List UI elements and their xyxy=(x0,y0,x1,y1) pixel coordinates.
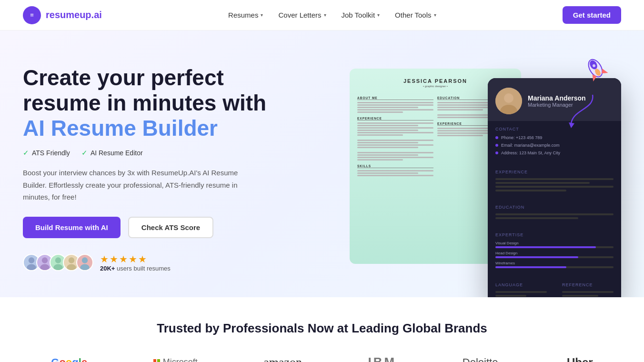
logo-icon: ≡ xyxy=(23,6,41,24)
build-resume-button[interactable]: Build Resume with AI xyxy=(23,217,121,238)
hero-title: Create your perfect resume in minutes wi… xyxy=(23,65,266,141)
profile-info-line: Address: 123 Main St, Any City xyxy=(495,151,614,155)
profile-expertise-section: Expertise Visual Design Head Design Wire… xyxy=(488,227,621,277)
brand-deloitte: Deloitte. xyxy=(463,356,501,362)
brands-title: Trusted by Professionals Now at Leading … xyxy=(23,321,621,336)
hero-checks: ✓ ATS Friendly ✓ AI Resume Editor xyxy=(23,149,266,157)
svg-point-8 xyxy=(69,257,74,263)
profile-language-section: Language xyxy=(488,277,554,297)
profile-card: Mariana Anderson Marketing Manager Conta… xyxy=(488,78,621,297)
svg-point-7 xyxy=(53,264,63,271)
rating-area: ★★★★★ 20K+ users built resumes xyxy=(100,253,171,272)
svg-point-10 xyxy=(82,257,88,263)
svg-point-11 xyxy=(80,264,90,271)
brand-ibm: IBM xyxy=(368,355,397,362)
profile-contact-section: Contact Phone: +123 456 789 Email: maria… xyxy=(488,121,621,164)
chevron-down-icon: ▾ xyxy=(261,12,263,18)
check-icon: ✓ xyxy=(81,149,88,157)
svg-point-5 xyxy=(40,264,50,271)
check-ai-editor: ✓ AI Resume Editor xyxy=(81,149,143,157)
hero-description: Boost your interview chances by 3x with … xyxy=(23,167,242,203)
hero-content: Create your perfect resume in minutes wi… xyxy=(23,65,266,272)
check-ats-button[interactable]: Check ATS Score xyxy=(128,217,213,238)
check-icon: ✓ xyxy=(23,149,29,157)
chevron-down-icon: ▾ xyxy=(324,12,326,18)
svg-point-6 xyxy=(55,257,61,263)
hero-section: Create your perfect resume in minutes wi… xyxy=(0,30,644,297)
svg-point-2 xyxy=(29,257,34,263)
brand-amazon: amazon xyxy=(263,355,302,362)
logo-text: resumeup.ai xyxy=(46,10,102,20)
star-rating: ★★★★★ xyxy=(100,253,171,265)
svg-point-20 xyxy=(504,93,513,103)
hero-illustration: JESSICA PEARSON • graphic designer • ABO… xyxy=(345,64,621,273)
profile-photo xyxy=(495,88,522,114)
check-ats-friendly: ✓ ATS Friendly xyxy=(23,149,70,157)
chevron-down-icon: ▾ xyxy=(434,12,436,18)
nav-item-job-toolkit[interactable]: Job Toolkit ▾ xyxy=(342,11,380,19)
svg-marker-18 xyxy=(569,122,574,128)
profile-info-line: Email: mariana@example.com xyxy=(495,143,614,148)
svg-point-9 xyxy=(67,264,76,271)
brand-google: Google xyxy=(51,356,87,362)
microsoft-logo-icon xyxy=(153,359,160,362)
brand-microsoft: Microsoft xyxy=(153,357,198,362)
arrow-decoration xyxy=(564,90,597,130)
nav-links: Resumes ▾ Cover Letters ▾ Job Toolkit ▾ … xyxy=(228,11,436,19)
social-proof: ★★★★★ 20K+ users built resumes xyxy=(23,253,266,272)
profile-education-section: Education xyxy=(488,199,621,227)
brands-section: Trusted by Professionals Now at Leading … xyxy=(0,297,644,362)
profile-experience-section: Experience xyxy=(488,164,621,199)
chevron-down-icon: ▾ xyxy=(377,12,380,18)
profile-reference-section: Reference xyxy=(554,277,621,297)
bullet-icon xyxy=(495,136,498,139)
brands-grid: Google Microsoft amazon IBM Deloitte. Ub… xyxy=(23,355,621,362)
svg-text:≡: ≡ xyxy=(30,11,34,19)
logo[interactable]: ≡ resumeup.ai xyxy=(23,6,102,24)
profile-info-line: Phone: +123 456 789 xyxy=(495,135,614,140)
svg-point-3 xyxy=(27,264,36,271)
hero-buttons: Build Resume with AI Check ATS Score xyxy=(23,217,266,238)
nav-item-cover-letters[interactable]: Cover Letters ▾ xyxy=(278,11,326,19)
get-started-button[interactable]: Get started xyxy=(563,6,621,24)
brand-uber: Uber xyxy=(567,356,593,362)
nav-item-other-tools[interactable]: Other Tools ▾ xyxy=(395,11,436,19)
nav-item-resumes[interactable]: Resumes ▾ xyxy=(228,11,263,19)
rating-text: 20K+ users built resumes xyxy=(100,265,171,272)
navbar: ≡ resumeup.ai Resumes ▾ Cover Letters ▾ … xyxy=(0,0,644,30)
bullet-icon xyxy=(495,151,498,154)
profile-bottom-sections: Language Reference xyxy=(488,277,621,297)
bullet-icon xyxy=(495,144,498,147)
user-avatars xyxy=(23,254,93,271)
svg-point-4 xyxy=(42,257,48,263)
avatar xyxy=(76,254,93,271)
